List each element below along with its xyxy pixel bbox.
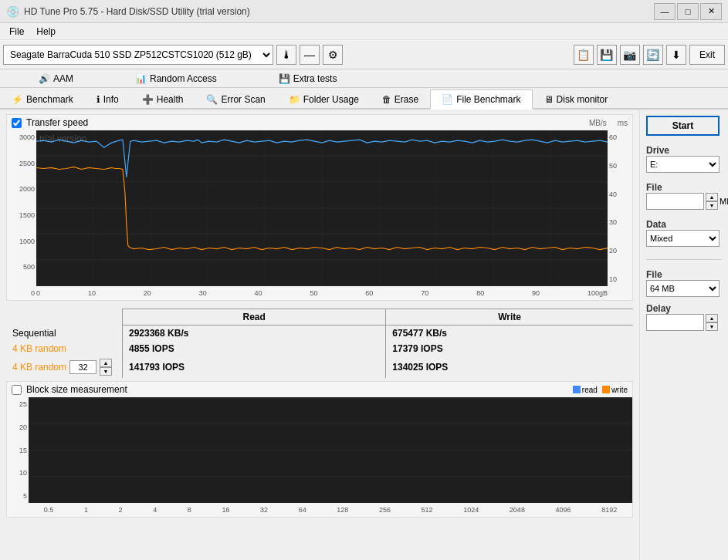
error-scan-icon: 🔍 [206, 94, 218, 105]
file-input-row: 100000 ▲ ▼ MB [646, 193, 722, 210]
queue-spin-down[interactable]: ▼ [100, 367, 112, 376]
y-axis-left: 3000 2500 2000 1500 1000 500 0 [7, 130, 36, 300]
title-bar-left: 💿 HD Tune Pro 5.75 - Hard Disk/SSD Utili… [6, 5, 250, 18]
queue-depth-input-wrap: ▲ ▼ [69, 359, 112, 376]
yaxis-right-label: ms [618, 119, 628, 127]
data-label: Data [646, 219, 722, 230]
transfer-speed-checkbox[interactable] [12, 118, 22, 128]
tab-folder-usage[interactable]: 📁 Folder Usage [277, 89, 371, 110]
tab-erase[interactable]: 🗑 Erase [371, 89, 430, 110]
main-area: Transfer speed MB/s ms 3000 2500 2000 15… [0, 110, 728, 560]
random-access-icon: 📊 [135, 73, 147, 84]
drive-dropdown[interactable]: E: [646, 156, 720, 173]
health-icon: ➕ [142, 94, 154, 105]
exit-button[interactable]: Exit [689, 45, 725, 65]
nav-top-aam[interactable]: 🔊 AAM [39, 73, 73, 84]
drive-label: Drive [646, 145, 722, 156]
upper-chart-header: Transfer speed MB/s ms [7, 115, 632, 130]
nav-top-random-access[interactable]: 📊 Random Access [135, 73, 217, 84]
tab-health[interactable]: ➕ Health [130, 89, 195, 110]
nav-top-extra-tests[interactable]: 💾 Extra tests [279, 73, 337, 84]
4kb-random-read-1: 4855 IOPS [123, 341, 386, 356]
menu-file[interactable]: File [3, 25, 30, 39]
nav-top: 🔊 AAM 📊 Random Access 💾 Extra tests [0, 69, 728, 88]
file-section: File 100000 ▲ ▼ MB [646, 179, 722, 210]
tab-info[interactable]: ℹ Info [85, 89, 130, 110]
chart-panel: Transfer speed MB/s ms 3000 2500 2000 15… [0, 110, 639, 560]
refresh-icon[interactable]: 🔄 [643, 45, 663, 65]
delay-spin-down[interactable]: ▼ [706, 322, 718, 331]
title-bar: 💿 HD Tune Pro 5.75 - Hard Disk/SSD Utili… [0, 0, 728, 23]
file-spin-up[interactable]: ▲ [706, 193, 718, 201]
block-size-checkbox-row: Block size measurement [12, 384, 127, 395]
4kb-random-label-1: 4 KB random [6, 341, 123, 356]
data-dropdown[interactable]: Mixed [646, 230, 720, 247]
file-label: File [646, 182, 722, 193]
col-header-label [6, 309, 123, 326]
disk-monitor-icon: 🖥 [544, 94, 554, 105]
close-button[interactable]: ✕ [700, 3, 722, 20]
drive-select[interactable]: Seagate BarraCuda 510 SSD ZP512CSTCS1020… [3, 45, 273, 65]
file-spin-down[interactable]: ▼ [706, 201, 718, 210]
table-row: 4 KB random ▲ ▼ 141793 IOPS 134025 IOPS [6, 356, 633, 378]
file-benchmark-icon: 📄 [442, 94, 453, 105]
legend-read-color [573, 386, 581, 393]
tab-benchmark[interactable]: ⚡ Benchmark [0, 89, 85, 110]
data-section: Data Mixed [646, 216, 722, 247]
delay-spin-buttons: ▲ ▼ [706, 314, 718, 331]
table-row: 4 KB random 4855 IOPS 17379 IOPS [6, 341, 633, 356]
aam-icon: 🔊 [39, 73, 50, 84]
upper-chart-svg [36, 130, 608, 286]
disk-icon[interactable]: 💾 [597, 45, 617, 65]
legend-read: read [573, 386, 598, 394]
info-icon: ℹ [97, 94, 100, 105]
yaxis-left-label: MB/s [589, 119, 607, 127]
4kb-random-write-2: 134025 IOPS [386, 356, 633, 378]
temp-icon[interactable]: 🌡 [276, 45, 296, 65]
file-mb-unit: MB [720, 197, 728, 206]
file-spin-buttons: ▲ ▼ [706, 193, 718, 210]
settings-icon[interactable]: ⚙ [323, 45, 343, 65]
upper-chart-section: Transfer speed MB/s ms 3000 2500 2000 15… [6, 114, 633, 301]
tab-disk-monitor[interactable]: 🖥 Disk monitor [533, 89, 620, 110]
queue-depth-input[interactable] [69, 360, 97, 374]
folder-usage-icon: 📁 [289, 94, 300, 105]
y-axis-right: 60 50 40 30 20 10 [608, 130, 632, 286]
x-axis-labels: 0 10 20 30 40 50 60 70 80 90 100gB [36, 286, 608, 300]
legend-read-label: read [582, 386, 598, 394]
queue-spin-up[interactable]: ▲ [100, 359, 112, 367]
block-size-checkbox[interactable] [12, 385, 22, 395]
window-controls: — □ ✕ [654, 3, 722, 20]
camera-icon[interactable]: 📷 [620, 45, 640, 65]
dash-icon[interactable]: — [300, 45, 320, 65]
bottom-right-section: File 64 MB Delay 0 ▲ ▼ [646, 259, 722, 331]
file-dropdown-2[interactable]: 64 MB [646, 280, 720, 297]
bottom-y-axis: 25 20 15 10 5 [7, 397, 29, 503]
tab-file-benchmark[interactable]: 📄 File Benchmark [430, 89, 532, 110]
file-input[interactable]: 100000 [646, 193, 704, 210]
watermark: trial version [39, 133, 86, 144]
bottom-x-axis: 0.5 1 2 4 8 16 32 64 128 256 512 1024 20… [29, 503, 632, 517]
delay-input[interactable]: 0 [646, 314, 704, 331]
sequential-read: 2923368 KB/s [123, 326, 386, 342]
minimize-button[interactable]: — [654, 3, 676, 20]
legend-write-color [602, 386, 610, 393]
stats-section: Read Write Sequential 2923368 KB/s 67547… [6, 305, 633, 381]
bottom-chart-header: Block size measurement read write [7, 382, 632, 397]
bottom-graph-container: 25 20 15 10 5 [7, 397, 632, 517]
sequential-write: 675477 KB/s [386, 326, 633, 342]
maximize-button[interactable]: □ [677, 3, 699, 20]
delay-spin-up[interactable]: ▲ [706, 314, 718, 322]
4kb-random-label-2: 4 KB random ▲ ▼ [6, 356, 122, 378]
tab-error-scan[interactable]: 🔍 Error Scan [195, 89, 276, 110]
menu-help[interactable]: Help [30, 25, 62, 39]
file-label-2: File [646, 269, 722, 280]
right-panel: Start Drive E: File 100000 ▲ ▼ MB Data [639, 110, 728, 560]
extra-tests-icon: 💾 [279, 73, 290, 84]
col-header-read: Read [123, 309, 386, 326]
download-icon[interactable]: ⬇ [666, 45, 686, 65]
copy-icon[interactable]: 📋 [574, 45, 594, 65]
transfer-speed-label: Transfer speed [26, 117, 88, 128]
start-button[interactable]: Start [646, 116, 720, 136]
benchmark-icon: ⚡ [12, 94, 23, 105]
